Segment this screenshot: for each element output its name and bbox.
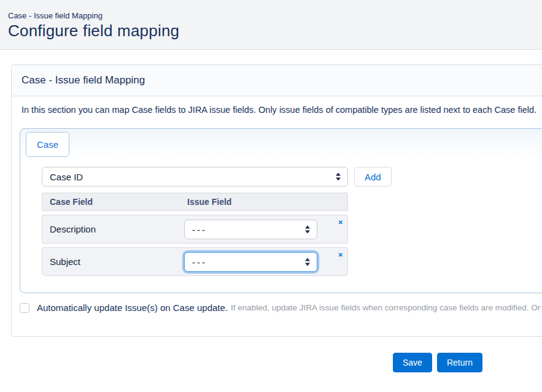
issue-field-select[interactable]: --- (184, 252, 317, 272)
table-row: Subject --- ✕ (42, 247, 348, 276)
case-field-name: Description (42, 224, 96, 234)
page-header: Case - Issue field Mapping Configure fie… (0, 0, 542, 50)
case-field-column-header: Case Field (42, 197, 187, 207)
issue-field-select-value: --- (192, 257, 207, 267)
auto-update-label: Automatically update Issue(s) on Case up… (37, 302, 228, 313)
tab-case[interactable]: Case (26, 132, 69, 157)
card-body: In this section you can map Case fields … (12, 96, 542, 336)
action-bar: Save Return (393, 353, 542, 372)
add-field-row: Case ID Add (42, 167, 542, 186)
breadcrumb[interactable]: Case - Issue field Mapping (8, 11, 542, 20)
table-row: Description --- ✕ (42, 215, 348, 244)
select-stepper-icon (304, 258, 310, 267)
auto-update-row: Automatically update Issue(s) on Case up… (20, 302, 541, 313)
issue-field-select[interactable]: --- (184, 220, 317, 239)
remove-row-icon[interactable]: ✕ (338, 252, 343, 258)
auto-update-help-text: If enabled, update JIRA issue fields whe… (231, 303, 541, 312)
select-stepper-icon (304, 225, 310, 234)
issue-field-column-header: Issue Field (187, 197, 231, 207)
return-button[interactable]: Return (437, 353, 482, 372)
page-title: Configure field mapping (8, 21, 542, 40)
case-field-select-value: Case ID (50, 172, 83, 182)
mapping-table: Case Field Issue Field Description --- ✕… (42, 193, 348, 276)
case-tab-panel: Case Case ID Add Case Field Issue Field (20, 128, 542, 293)
card-header-title: Case - Issue field Mapping (12, 65, 542, 96)
mapping-table-header: Case Field Issue Field (42, 193, 348, 211)
save-button[interactable]: Save (393, 353, 432, 372)
tab-panel-content: Case ID Add Case Field Issue Field Descr… (20, 157, 542, 276)
auto-update-checkbox[interactable] (20, 303, 29, 313)
remove-row-icon[interactable]: ✕ (338, 220, 343, 226)
add-button[interactable]: Add (354, 167, 392, 186)
case-field-name: Subject (42, 256, 80, 267)
field-mapping-card: Case - Issue field Mapping In this secti… (11, 64, 542, 337)
section-description: In this section you can map Case fields … (21, 105, 541, 115)
issue-field-select-value: --- (192, 225, 207, 235)
case-field-select[interactable]: Case ID (42, 167, 348, 186)
select-stepper-icon (335, 172, 341, 182)
